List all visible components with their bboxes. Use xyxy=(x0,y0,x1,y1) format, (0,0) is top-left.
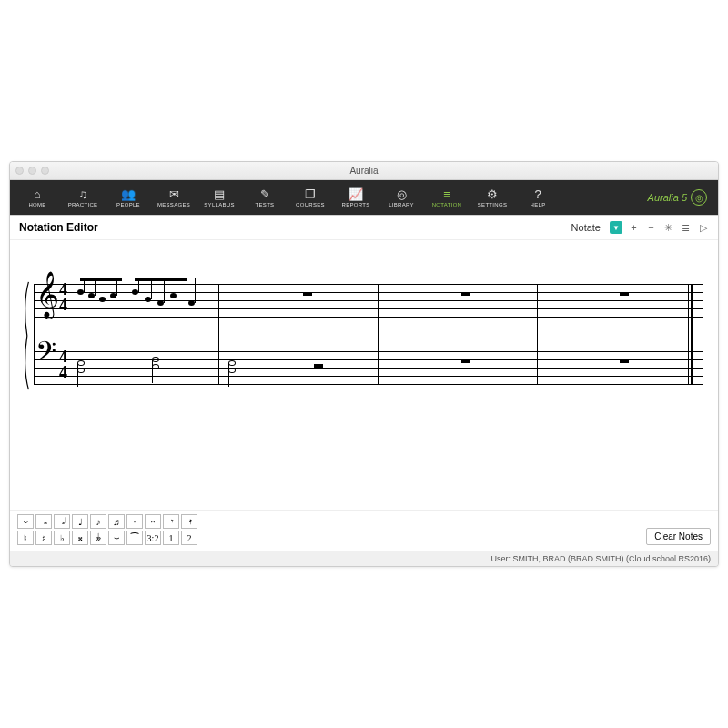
menu-courses[interactable]: ❐COURSES xyxy=(288,183,332,212)
editor-header: Notation Editor Notate ▼ + − ✳ ≣ ▷ xyxy=(10,216,718,240)
menu-label: SETTINGS xyxy=(478,202,507,207)
menu-label: REPORTS xyxy=(342,202,370,207)
palette-accidental-5[interactable]: ⌣ xyxy=(108,531,125,545)
score-canvas[interactable]: 𝄞 4 4 xyxy=(10,240,718,510)
messages-icon: ✉ xyxy=(169,188,179,200)
syllabus-icon: ▤ xyxy=(214,188,225,200)
palette-note-5[interactable]: ♬ xyxy=(108,514,125,529)
menu-syllabus[interactable]: ▤SYLLABUS xyxy=(197,183,241,212)
window-title: Auralia xyxy=(10,166,718,176)
reports-icon: 📈 xyxy=(349,188,363,200)
palette-note-2[interactable]: 𝅗𝅥 xyxy=(54,514,70,529)
palette-accidental-2[interactable]: ♭ xyxy=(54,531,70,545)
menu-label: MESSAGES xyxy=(157,202,190,207)
app-window: Auralia ⌂HOME♫PRACTICE👥PEOPLE✉MESSAGES▤S… xyxy=(9,161,719,567)
practice-icon: ♫ xyxy=(78,188,87,200)
menu-home[interactable]: ⌂HOME xyxy=(15,183,59,212)
menu-tests[interactable]: ✎TESTS xyxy=(243,183,287,212)
people-icon: 👥 xyxy=(121,188,136,200)
menu-label: PEOPLE xyxy=(116,202,140,207)
courses-icon: ❐ xyxy=(305,188,316,200)
menu-library[interactable]: ◎LIBRARY xyxy=(379,183,423,212)
palette-note-4[interactable]: ♪ xyxy=(90,514,106,529)
brace-icon xyxy=(23,280,30,391)
menu-label: COURSES xyxy=(296,202,325,207)
time-signature: 4 4 xyxy=(59,282,67,313)
menu-practice[interactable]: ♫PRACTICE xyxy=(61,183,105,212)
palette-accidental-1[interactable]: ♯ xyxy=(35,531,52,545)
status-user: User: SMITH, BRAD (BRAD.SMITH) (Cloud sc… xyxy=(490,554,711,563)
treble-clef-icon: 𝄞 xyxy=(35,275,59,315)
palette-note-9[interactable]: 𝄿 xyxy=(181,514,197,529)
titlebar: Auralia xyxy=(10,162,718,180)
bass-staff: 𝄢 4 4 xyxy=(34,351,703,384)
menu-reports[interactable]: 📈REPORTS xyxy=(334,183,378,212)
main-menubar: ⌂HOME♫PRACTICE👥PEOPLE✉MESSAGES▤SYLLABUS✎… xyxy=(10,180,718,215)
menu-label: NOTATION xyxy=(432,202,462,207)
brand-name: Auralia 5 xyxy=(648,192,687,203)
menu-label: PRACTICE xyxy=(68,202,98,207)
palette-accidental-9[interactable]: 2 xyxy=(181,531,197,545)
statusbar: User: SMITH, BRAD (BRAD.SMITH) (Cloud sc… xyxy=(10,551,718,566)
note-palette: ⏑𝅝𝅗𝅥♩♪♬···𝄾𝄿 ♮♯♭𝄪𝄫⌣⁀3:212 xyxy=(17,514,197,545)
menu-help[interactable]: ?HELP xyxy=(516,183,560,212)
settings-icon: ⚙ xyxy=(487,188,498,200)
menu-notation[interactable]: ≡NOTATION xyxy=(425,183,469,212)
editor-panel: Notation Editor Notate ▼ + − ✳ ≣ ▷ xyxy=(10,215,718,551)
list-icon[interactable]: ≣ xyxy=(680,222,692,234)
minus-icon[interactable]: − xyxy=(645,222,657,234)
palette-note-7[interactable]: ·· xyxy=(145,514,161,529)
library-icon: ◎ xyxy=(397,188,407,200)
palette-accidental-3[interactable]: 𝄪 xyxy=(72,531,88,545)
menu-settings[interactable]: ⚙SETTINGS xyxy=(470,183,514,212)
menu-label: TESTS xyxy=(256,202,275,207)
palette-accidental-0[interactable]: ♮ xyxy=(17,531,34,545)
menu-people[interactable]: 👥PEOPLE xyxy=(106,183,150,212)
menu-messages[interactable]: ✉MESSAGES xyxy=(152,183,196,212)
notation-icon: ≡ xyxy=(443,188,450,200)
palette-note-1[interactable]: 𝅝 xyxy=(35,514,52,529)
brand-logo-icon: ◎ xyxy=(691,189,707,206)
help-icon: ? xyxy=(534,188,541,200)
bass-clef-icon: 𝄢 xyxy=(35,339,56,371)
palette-note-3[interactable]: ♩ xyxy=(72,514,88,529)
palette-accidental-6[interactable]: ⁀ xyxy=(126,531,143,545)
play-icon[interactable]: ▷ xyxy=(697,222,709,234)
menu-label: HELP xyxy=(531,202,546,207)
palette-note-0[interactable]: ⏑ xyxy=(17,514,34,529)
palette-note-8[interactable]: 𝄾 xyxy=(163,514,179,529)
home-icon: ⌂ xyxy=(34,188,41,200)
editor-mode: Notate xyxy=(571,222,601,233)
menu-label: LIBRARY xyxy=(389,202,414,207)
clear-notes-button[interactable]: Clear Notes xyxy=(646,528,711,545)
grand-staff-system: 𝄞 4 4 xyxy=(21,277,707,395)
palette-accidental-7[interactable]: 3:2 xyxy=(145,531,161,545)
plus-icon[interactable]: + xyxy=(628,222,640,234)
tests-icon: ✎ xyxy=(260,188,270,200)
gear-icon[interactable]: ✳ xyxy=(662,222,674,234)
mode-dropdown[interactable]: ▼ xyxy=(610,221,622,234)
editor-title: Notation Editor xyxy=(19,221,98,234)
menu-label: SYLLABUS xyxy=(204,202,234,207)
palette-note-6[interactable]: · xyxy=(126,514,143,529)
brand: Auralia 5 ◎ xyxy=(648,189,713,206)
menu-label: HOME xyxy=(28,202,46,207)
palette-accidental-8[interactable]: 1 xyxy=(163,531,179,545)
palette-accidental-4[interactable]: 𝄫 xyxy=(90,531,106,545)
treble-staff: 𝄞 4 4 xyxy=(34,284,703,317)
bottom-toolbar: ⏑𝅝𝅗𝅥♩♪♬···𝄾𝄿 ♮♯♭𝄪𝄫⌣⁀3:212 Clear Notes xyxy=(10,510,718,551)
time-signature-bass: 4 4 xyxy=(59,349,67,380)
